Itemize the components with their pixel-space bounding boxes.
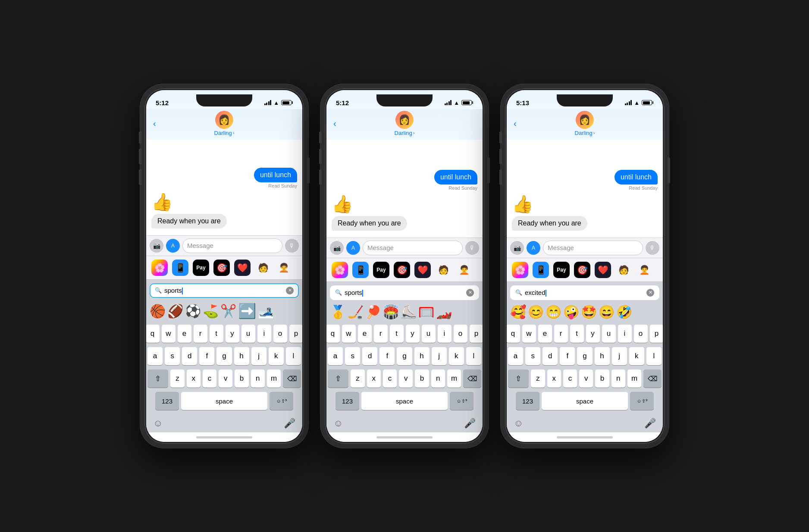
- silent-button-3[interactable]: [499, 131, 502, 144]
- key-s-3[interactable]: s: [525, 347, 540, 365]
- emoji-result-item[interactable]: 🏎️: [436, 304, 452, 319]
- key-v-2[interactable]: v: [399, 369, 413, 388]
- key-z-2[interactable]: z: [351, 369, 364, 388]
- audio-button-3[interactable]: 🎙: [646, 241, 659, 255]
- key-a-2[interactable]: a: [328, 347, 343, 365]
- delete-key-2[interactable]: ⌫: [463, 369, 481, 388]
- emoji-result-item[interactable]: 🤣: [616, 304, 632, 319]
- clips-app-3[interactable]: ❤️: [595, 262, 611, 278]
- key-d-3[interactable]: d: [542, 347, 558, 365]
- search-clear-2[interactable]: ✕: [466, 289, 474, 297]
- emoji-result-item[interactable]: 😊: [528, 304, 544, 319]
- applepay-app-1[interactable]: Pay: [193, 260, 209, 276]
- key-d[interactable]: d: [182, 347, 197, 365]
- key-a-3[interactable]: a: [508, 347, 523, 365]
- key-k-2[interactable]: k: [449, 347, 464, 365]
- extra-app-2[interactable]: 🧑‍🦱: [456, 262, 472, 278]
- key-k-3[interactable]: k: [629, 347, 644, 365]
- num-key[interactable]: 123: [155, 392, 179, 410]
- key-f[interactable]: f: [199, 347, 214, 365]
- fitness-app-1[interactable]: 🎯: [213, 260, 230, 276]
- message-input-1[interactable]: Message: [182, 238, 282, 253]
- volume-down-button-3[interactable]: [499, 169, 502, 185]
- emoji-result-item[interactable]: ➡️: [238, 302, 256, 319]
- emoji-result-item[interactable]: 😁: [546, 304, 561, 319]
- emoji-search-bar-1[interactable]: 🔍 sports ✕: [150, 283, 299, 298]
- space-key-3[interactable]: space: [542, 392, 628, 410]
- key-h[interactable]: h: [234, 347, 249, 365]
- key-b-2[interactable]: b: [415, 369, 429, 388]
- key-j-2[interactable]: j: [432, 347, 447, 365]
- appstore-button-1[interactable]: A: [166, 239, 180, 253]
- key-m-3[interactable]: m: [627, 369, 641, 388]
- key-x-3[interactable]: x: [547, 369, 561, 388]
- key-i[interactable]: i: [257, 325, 271, 343]
- emoji-result-item[interactable]: 🏓: [365, 304, 381, 319]
- key-p-2[interactable]: p: [470, 325, 483, 343]
- photos-app-2[interactable]: 🌸: [332, 262, 348, 278]
- key-m-2[interactable]: m: [447, 369, 461, 388]
- mic-icon-1[interactable]: 🎤: [284, 418, 295, 429]
- emoji-keyboard-key-3[interactable]: ☺⇧⁹: [630, 392, 654, 410]
- key-s-2[interactable]: s: [345, 347, 360, 365]
- key-o[interactable]: o: [273, 325, 287, 343]
- key-q-3[interactable]: q: [507, 325, 520, 343]
- fitness-app-3[interactable]: 🎯: [574, 262, 590, 278]
- shift-key-3[interactable]: ⇧: [508, 369, 529, 388]
- key-s[interactable]: s: [165, 347, 180, 365]
- emoji-result-item[interactable]: ⚽: [185, 304, 201, 319]
- key-e-3[interactable]: e: [538, 325, 552, 343]
- appstore-app-3[interactable]: 📱: [533, 262, 549, 278]
- key-e[interactable]: e: [178, 325, 191, 343]
- key-r-3[interactable]: r: [554, 325, 568, 343]
- memoji-app-2[interactable]: 🧑: [435, 262, 452, 278]
- audio-button-2[interactable]: 🎙: [465, 241, 479, 255]
- memoji-app-1[interactable]: 🧑: [255, 260, 271, 276]
- emoji-keyboard-key[interactable]: ☺⇧⁹: [270, 392, 293, 410]
- emoji-search-bar-2[interactable]: 🔍 sports ✕: [330, 285, 479, 300]
- key-x-2[interactable]: x: [367, 369, 381, 388]
- emoji-result-item[interactable]: 🏀: [150, 304, 166, 319]
- emoji-result-item[interactable]: ⛸️: [401, 304, 417, 319]
- key-f-3[interactable]: f: [560, 347, 575, 365]
- silent-button-1[interactable]: [139, 131, 141, 144]
- search-clear-3[interactable]: ✕: [646, 289, 654, 297]
- key-u-3[interactable]: u: [602, 325, 616, 343]
- key-u-2[interactable]: u: [422, 325, 436, 343]
- back-button-2[interactable]: ‹: [333, 119, 336, 128]
- mic-icon-3[interactable]: 🎤: [644, 418, 656, 429]
- emoji-result-item[interactable]: 🤪: [563, 304, 579, 319]
- search-clear-1[interactable]: ✕: [286, 287, 294, 294]
- memoji-app-3[interactable]: 🧑: [615, 262, 632, 278]
- key-c[interactable]: c: [203, 369, 216, 388]
- shift-key[interactable]: ⇧: [147, 369, 168, 388]
- key-z[interactable]: z: [170, 369, 184, 388]
- mic-icon-2[interactable]: 🎤: [464, 418, 476, 429]
- key-t-3[interactable]: t: [570, 325, 584, 343]
- appstore-button-3[interactable]: A: [527, 241, 540, 255]
- emoji-result-item[interactable]: 🥰: [510, 304, 526, 319]
- key-a[interactable]: a: [147, 347, 163, 365]
- key-x[interactable]: x: [187, 369, 201, 388]
- contact-info-1[interactable]: 👩 Darling ›: [214, 111, 235, 136]
- key-t[interactable]: t: [210, 325, 223, 343]
- key-u[interactable]: u: [241, 325, 255, 343]
- key-f-2[interactable]: f: [379, 347, 395, 365]
- applepay-app-3[interactable]: Pay: [553, 262, 570, 278]
- key-r[interactable]: r: [194, 325, 207, 343]
- space-key-2[interactable]: space: [361, 392, 448, 410]
- camera-button-1[interactable]: 📷: [150, 239, 163, 253]
- emoji-result-item[interactable]: 🎿: [258, 304, 274, 319]
- key-n[interactable]: n: [251, 369, 265, 388]
- emoji-face-icon-3[interactable]: ☺: [514, 418, 523, 429]
- key-r-2[interactable]: r: [374, 325, 388, 343]
- key-m[interactable]: m: [267, 369, 281, 388]
- key-q[interactable]: q: [146, 325, 160, 343]
- emoji-result-item[interactable]: 🥇: [330, 304, 346, 319]
- emoji-result-item[interactable]: ⛳: [203, 304, 219, 319]
- extra-app-3[interactable]: 🧑‍🦱: [636, 262, 652, 278]
- emoji-face-icon-2[interactable]: ☺: [333, 418, 343, 429]
- back-button-1[interactable]: ‹: [153, 119, 156, 128]
- delete-key-3[interactable]: ⌫: [643, 369, 662, 388]
- emoji-result-item[interactable]: 🏟️: [383, 304, 399, 319]
